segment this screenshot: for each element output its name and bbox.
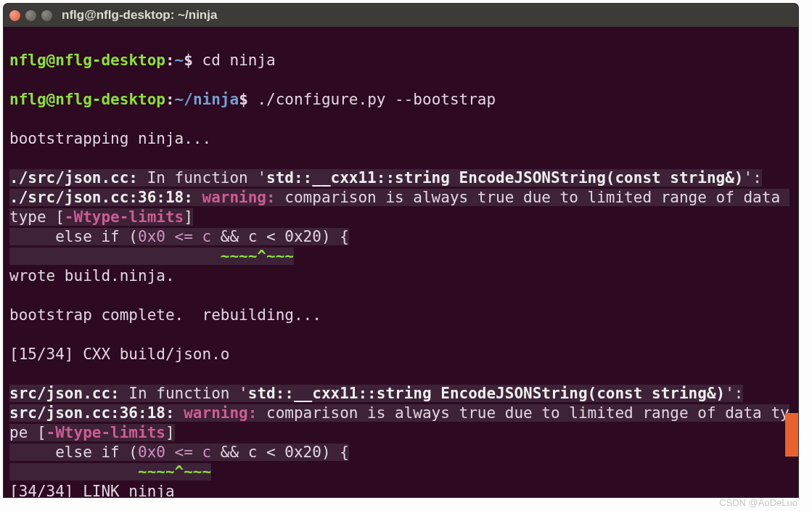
warning-label: warning: bbox=[202, 189, 285, 206]
prompt-host: nflg-desktop bbox=[55, 52, 165, 69]
close-icon[interactable] bbox=[9, 10, 20, 21]
prompt-line-2: nflg@nflg-desktop:~/ninja$ ./configure.p… bbox=[9, 90, 792, 110]
titlebar[interactable]: nflg@nflg-desktop: ~/ninja bbox=[4, 4, 798, 27]
prompt-line-1: nflg@nflg-desktop:~$ cd ninja bbox=[9, 51, 792, 70]
minimize-icon[interactable] bbox=[25, 10, 36, 21]
scrollbar-thumb[interactable] bbox=[785, 413, 798, 457]
out-code1: else if (0x0 <= c && c < 0x20) { bbox=[9, 228, 349, 245]
caret-marker: ~~~~^~~~ bbox=[221, 248, 294, 265]
maximize-icon[interactable] bbox=[41, 10, 52, 21]
window-title: nflg@nflg-desktop: ~/ninja bbox=[62, 8, 217, 23]
watermark: CSDN @AoDeLuo bbox=[719, 497, 797, 508]
prompt-path: ~ bbox=[175, 52, 184, 69]
out-step34: [34/34] LINK ninja bbox=[9, 482, 792, 497]
out-src4: src/json.cc:36:18: warning: comparison i… bbox=[9, 404, 790, 441]
cmd-configure: ./configure.py --bootstrap bbox=[248, 91, 496, 108]
out-src2: ./src/json.cc:36:18: warning: comparison… bbox=[9, 189, 790, 226]
terminal-body[interactable]: nflg@nflg-desktop:~$ cd ninja nflg@nflg-… bbox=[4, 27, 798, 497]
out-wrote: wrote build.ninja. bbox=[9, 266, 792, 286]
out-tilde1: ~~~~^~~~ bbox=[9, 248, 294, 265]
out-rebuild: bootstrap complete. rebuilding... bbox=[9, 306, 792, 325]
out-tilde2: ~~~~^~~~ bbox=[9, 463, 211, 481]
terminal-window: nflg@nflg-desktop: ~/ninja nflg@nflg-des… bbox=[4, 4, 798, 497]
out-step15: [15/34] CXX build/json.o bbox=[9, 345, 792, 364]
out-src3: src/json.cc: In function 'std::__cxx11::… bbox=[9, 385, 743, 402]
out-bootstrapping: bootstrapping ninja... bbox=[9, 129, 792, 149]
cmd-cd: cd ninja bbox=[193, 52, 276, 69]
out-code2: else if (0x0 <= c && c < 0x20) { bbox=[9, 443, 349, 461]
out-src1: ./src/json.cc: In function 'std::__cxx11… bbox=[9, 169, 762, 187]
prompt-user: nflg bbox=[9, 52, 46, 69]
